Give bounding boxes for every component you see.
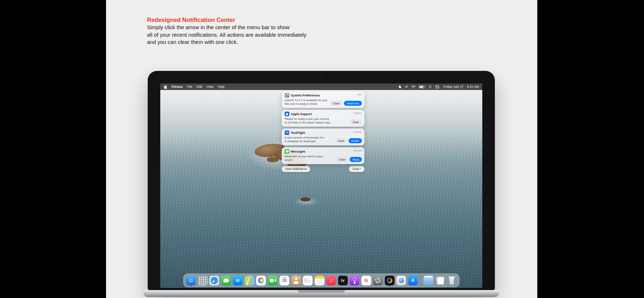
dock-finder-icon[interactable]: [186, 276, 196, 285]
testflight-icon: ✳: [285, 130, 289, 135]
notification-app-name: Apple Support: [291, 112, 312, 116]
notification-card-system-preferences[interactable]: System PreferencesnowmacOS 12.0.1 is ava…: [282, 91, 364, 108]
camera-icon: [321, 76, 322, 78]
intro-line: Simply click the arrow in the center of …: [147, 24, 307, 31]
details-button[interactable]: Details: [349, 138, 362, 143]
close-button[interactable]: Close: [330, 101, 342, 106]
menu-help[interactable]: Help: [218, 85, 225, 89]
dock-news-label: N: [364, 278, 368, 283]
notification-actions: CloseDetails: [335, 138, 362, 143]
notification-timestamp: 9:34am: [353, 112, 362, 114]
close-button[interactable]: Close: [336, 157, 348, 162]
active-app-menu[interactable]: Fitness: [171, 85, 183, 89]
notification-card-testflight[interactable]: ✳TestFlight9:01amA new version of Pixelm…: [282, 128, 364, 145]
notification-app-name: System Preferences: [291, 94, 320, 97]
notification-app-name: Messages: [291, 150, 305, 153]
menu-bar-date[interactable]: Friday July 17: [443, 85, 464, 89]
display-arrows-icon[interactable]: ⇄: [405, 85, 408, 89]
wifi-icon[interactable]: [411, 85, 416, 89]
reply-button[interactable]: Reply: [350, 157, 362, 162]
dock-safari-icon[interactable]: [210, 276, 219, 285]
notification-card-apple-support[interactable]: Apple Support9:34amPlease be ready to jo…: [282, 110, 364, 127]
notification-timestamp: 8:57am: [353, 149, 362, 152]
close-button[interactable]: Close: [350, 119, 362, 125]
notification-timestamp: 9:01am: [353, 130, 362, 133]
menu-bar-left: Fitness FileEditViewHelp: [164, 85, 224, 89]
intro-body: Simply click the arrow in the center of …: [147, 24, 307, 46]
notification-app-name: TestFlight: [291, 131, 305, 135]
dock-reminders-icon[interactable]: [303, 276, 313, 285]
menu-view[interactable]: View: [207, 85, 213, 89]
rock: [300, 197, 310, 202]
dock-facetime-icon[interactable]: [268, 276, 277, 285]
calendar-day-label: 28: [282, 279, 287, 283]
dock-pixelmator-pro-icon[interactable]: [385, 276, 394, 285]
running-indicator: [389, 285, 390, 286]
menu-bar: Fitness FileEditViewHelp ⇄ Friday July 1…: [160, 83, 482, 90]
notification-list: System PreferencesnowmacOS 12.0.1 is ava…: [282, 91, 364, 164]
notification-message: A new version of Pixelmator Prois availa…: [285, 136, 337, 143]
notification-actions: CloseInstall Now: [330, 101, 362, 106]
menu-edit[interactable]: Edit: [197, 85, 202, 89]
moon-icon[interactable]: [399, 85, 402, 89]
dock-documents-stack-icon[interactable]: [435, 276, 445, 285]
dock-app-store-label: A: [411, 278, 414, 283]
intro-line: and you can clear them with one click.: [147, 39, 307, 46]
intro-text-block: Redesigned Notification Center Simply cl…: [147, 16, 307, 46]
notification-message: macOS 12.0.1 is available for yourMac an…: [285, 99, 337, 105]
dock-calendar-icon[interactable]: FEB28: [280, 276, 289, 285]
macos-screen: Fitness FileEditViewHelp ⇄ Friday July 1…: [160, 83, 482, 288]
dock-photos-icon[interactable]: [256, 276, 266, 285]
rock: [267, 157, 279, 162]
clear-notifications-button[interactable]: Clear Notifications: [282, 166, 310, 172]
control-center-icon[interactable]: [435, 85, 439, 89]
dock-launchpad-icon[interactable]: [198, 276, 207, 285]
notification-actions: Close: [350, 119, 362, 125]
dock-app-store-icon[interactable]: A: [408, 276, 418, 285]
notification-header: Messages8:57am: [285, 149, 362, 154]
notification-header: ✳TestFlight9:01am: [285, 130, 362, 135]
system-preferences-icon: [285, 93, 289, 98]
close-button[interactable]: Close: [335, 138, 347, 143]
dock-podcasts-icon[interactable]: [350, 276, 359, 285]
dock-system-preferences-icon[interactable]: [373, 276, 383, 285]
menu-items: FileEditViewHelp: [187, 85, 225, 89]
dock-news-icon[interactable]: N: [361, 276, 371, 285]
menu-file[interactable]: File: [187, 85, 193, 89]
dock-trash-icon[interactable]: [447, 276, 456, 285]
install-now-button[interactable]: Install Now: [344, 101, 362, 106]
notification-message: What time do you want to havelunch?: [285, 155, 337, 162]
intro-line: all of your recent notifications. All ac…: [147, 31, 307, 39]
dock-contacts-icon[interactable]: [291, 276, 301, 285]
slide-heading: Redesigned Notification Center: [147, 16, 307, 24]
laptop-base: [143, 290, 499, 297]
dock-photo-booth-icon[interactable]: [396, 276, 406, 285]
dock-mail-icon[interactable]: [233, 276, 243, 285]
notification-card-messages[interactable]: Messages8:57amWhat time do you want to h…: [282, 147, 364, 164]
battery-icon[interactable]: [419, 85, 426, 89]
dock-messages-icon[interactable]: [221, 276, 231, 285]
menu-bar-time[interactable]: 9:41 AM: [467, 85, 479, 89]
dock-notes-icon[interactable]: [314, 276, 324, 285]
dock-music-icon[interactable]: [326, 276, 336, 285]
notification-actions: CloseReply: [336, 157, 362, 162]
spotlight-icon[interactable]: [429, 85, 432, 89]
macbook-mockup: Fitness FileEditViewHelp ⇄ Friday July 1…: [148, 71, 495, 290]
status-icons: ⇄: [399, 85, 440, 89]
laptop-hinge-notch: [298, 290, 345, 293]
running-indicator: [190, 285, 192, 286]
dock-maps-icon[interactable]: [244, 276, 254, 285]
dock-minimized-window-icon[interactable]: [423, 276, 433, 285]
notification-timestamp: now: [357, 93, 362, 96]
close-notifications-button[interactable]: Close ^: [349, 166, 364, 172]
dock-tv-icon[interactable]: tv: [338, 276, 348, 285]
notification-footer: Clear Notifications Close ^: [282, 166, 364, 172]
dock: FEB28tvNA: [183, 274, 460, 287]
notification-header: System Preferencesnow: [285, 93, 362, 98]
presentation-slide: Redesigned Notification Center Simply cl…: [106, 0, 537, 298]
menu-bar-right: ⇄ Friday July 17 9:41 AM: [399, 85, 479, 89]
apple-menu-icon[interactable]: [164, 85, 167, 89]
notification-message: Please be ready to join your Geniusat 10…: [285, 117, 337, 124]
dock-tv-label: tv: [341, 279, 345, 283]
apple-support-icon: [285, 112, 289, 116]
